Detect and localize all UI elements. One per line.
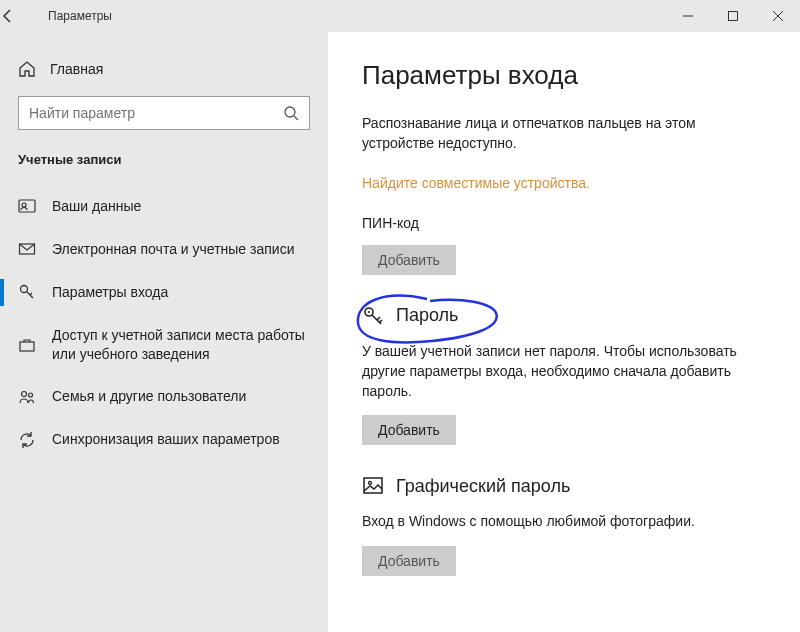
password-desc: У вашей учетной записи нет пароля. Чтобы… (362, 341, 766, 402)
svg-line-11 (30, 293, 32, 295)
home-label: Главная (50, 61, 103, 77)
sidebar-item-signin-options[interactable]: Параметры входа (0, 271, 328, 314)
svg-point-16 (368, 311, 370, 313)
svg-point-7 (22, 203, 26, 207)
minimize-button[interactable] (665, 0, 710, 32)
svg-point-13 (22, 391, 27, 396)
back-button[interactable] (0, 8, 40, 24)
titlebar: Параметры (0, 0, 800, 32)
svg-line-5 (294, 116, 298, 120)
search-wrap (0, 96, 328, 152)
search-input[interactable] (29, 105, 283, 121)
nav: Ваши данные Электронная почта и учетные … (0, 185, 328, 461)
svg-line-19 (380, 320, 383, 323)
biometrics-unavailable-text: Распознавание лица и отпечатков пальцев … (362, 113, 766, 154)
sidebar-section-title: Учетные записи (0, 152, 328, 185)
add-password-button[interactable]: Добавить (362, 415, 456, 445)
svg-rect-1 (728, 12, 737, 21)
svg-point-9 (21, 286, 28, 293)
main-content: Параметры входа Распознавание лица и отп… (328, 32, 800, 632)
sidebar-item-label: Ваши данные (52, 197, 141, 216)
briefcase-icon (18, 336, 36, 354)
sidebar-item-family[interactable]: Семья и другие пользователи (0, 375, 328, 418)
add-picture-password-button[interactable]: Добавить (362, 546, 456, 576)
mail-icon (18, 240, 36, 258)
close-button[interactable] (755, 0, 800, 32)
pin-title: ПИН-код (362, 215, 766, 231)
svg-line-18 (377, 317, 380, 320)
key-icon (18, 283, 36, 301)
sidebar-item-email-accounts[interactable]: Электронная почта и учетные записи (0, 228, 328, 271)
svg-rect-12 (20, 342, 34, 351)
window-title: Параметры (48, 9, 112, 23)
password-section-header: Пароль (362, 305, 766, 327)
sidebar-item-sync[interactable]: Синхронизация ваших параметров (0, 418, 328, 461)
search-box[interactable] (18, 96, 310, 130)
sidebar-item-your-info[interactable]: Ваши данные (0, 185, 328, 228)
person-card-icon (18, 197, 36, 215)
sidebar-item-label: Параметры входа (52, 283, 168, 302)
maximize-button[interactable] (710, 0, 755, 32)
search-icon (283, 105, 299, 121)
key-icon (362, 305, 384, 327)
add-pin-button[interactable]: Добавить (362, 245, 456, 275)
picture-password-title: Графический пароль (396, 476, 570, 497)
svg-point-14 (29, 393, 33, 397)
sync-icon (18, 431, 36, 449)
sidebar-item-label: Электронная почта и учетные записи (52, 240, 294, 259)
body: Главная Учетные записи Ваши данные (0, 32, 800, 632)
page-title: Параметры входа (362, 60, 766, 91)
sidebar: Главная Учетные записи Ваши данные (0, 32, 328, 632)
svg-point-21 (369, 482, 372, 485)
password-title: Пароль (396, 305, 458, 326)
svg-rect-6 (19, 200, 35, 212)
settings-window: Параметры Главная (0, 0, 800, 632)
svg-point-4 (285, 107, 295, 117)
image-icon (362, 475, 384, 497)
compatible-devices-link[interactable]: Найдите совместимые устройства. (362, 175, 590, 191)
sidebar-item-label: Семья и другие пользователи (52, 387, 246, 406)
sidebar-item-work-access[interactable]: Доступ к учетной записи места работы или… (0, 314, 328, 376)
sidebar-item-label: Доступ к учетной записи места работы или… (52, 326, 310, 364)
picture-password-desc: Вход в Windows с помощью любимой фотогра… (362, 511, 766, 531)
people-icon (18, 388, 36, 406)
picture-password-section-header: Графический пароль (362, 475, 766, 497)
home-button[interactable]: Главная (0, 52, 328, 96)
sidebar-item-label: Синхронизация ваших параметров (52, 430, 280, 449)
home-icon (18, 60, 36, 78)
